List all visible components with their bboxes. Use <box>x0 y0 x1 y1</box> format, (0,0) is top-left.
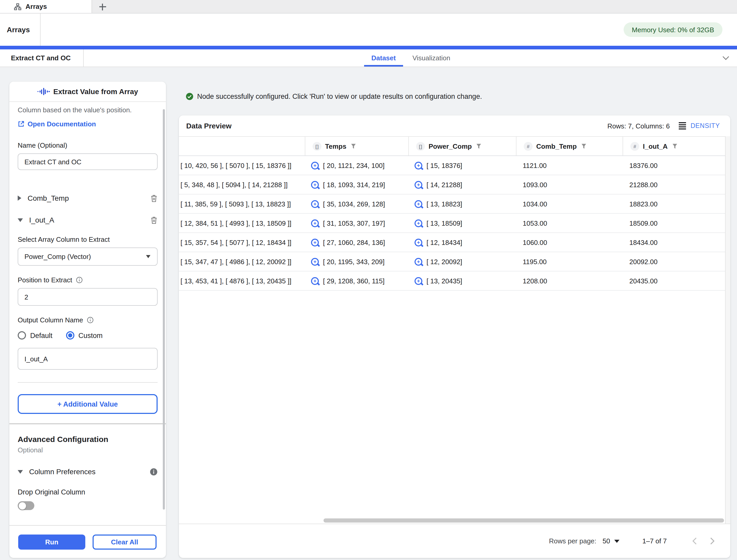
cell-comb-temp: 1195.00 <box>516 252 623 271</box>
rows-columns-summary: Rows: 7, Columns: 6 <box>607 122 670 130</box>
node-tab-extract[interactable]: Extract CT and OC <box>0 49 84 67</box>
accent-bar <box>0 46 737 49</box>
header-cell-temps[interactable]: [] Temps <box>305 137 408 155</box>
header-cell-comb-temp[interactable]: # Comb_Temp <box>516 137 623 155</box>
density-icon <box>678 122 686 129</box>
cell-array: [ 13, 453, 41 ], [ 4876 ], [ 13, 20435 ]… <box>179 271 305 290</box>
select-caret-icon <box>146 255 151 258</box>
workflow-icon <box>14 3 21 10</box>
density-button[interactable]: DENSITY <box>678 122 720 129</box>
number-type-icon: # <box>630 142 639 151</box>
cell-comb-temp: 1208.00 <box>516 271 623 290</box>
advanced-config-title: Advanced Configuration <box>18 435 158 444</box>
cell-temps: [ 31, 1053, 307, 197] <box>305 214 408 232</box>
panel-scrollbar[interactable] <box>163 109 165 510</box>
next-page-button[interactable] <box>705 537 719 545</box>
section-divider <box>9 423 166 424</box>
rows-per-page-select[interactable]: 50 <box>603 537 619 545</box>
column-preferences-section[interactable]: Column Preferences <box>18 467 158 476</box>
zoom-in-icon[interactable] <box>311 161 319 169</box>
cell-temps: [ 29, 1208, 360, 115] <box>305 271 408 290</box>
trash-icon[interactable] <box>150 216 158 224</box>
waveform-icon <box>37 88 50 95</box>
additional-value-button[interactable]: + Additional Value <box>18 394 158 414</box>
clear-all-button[interactable]: Clear All <box>93 534 157 549</box>
cell-array: [ 15, 357, 54 ], [ 5077 ], [ 12, 18434 ]… <box>179 233 305 252</box>
cell-comb-temp: 1053.00 <box>516 214 623 232</box>
radio-icon <box>18 331 26 340</box>
dropdown-caret-icon <box>614 539 619 543</box>
section-comb-temp[interactable]: Comb_Temp <box>18 194 158 202</box>
tab-visualization[interactable]: Visualization <box>405 49 458 67</box>
filter-icon[interactable] <box>580 143 587 149</box>
page-title: Arrays <box>7 14 30 46</box>
zoom-in-icon[interactable] <box>415 258 422 265</box>
view-tabs: Dataset Visualization <box>364 49 457 67</box>
table-row: [ 15, 357, 54 ], [ 5077 ], [ 12, 18434 ]… <box>179 233 730 252</box>
section-iout-a[interactable]: I_out_A <box>18 216 158 224</box>
zoom-in-icon[interactable] <box>415 181 422 188</box>
output-column-label: Output Column Name <box>18 316 158 324</box>
position-input[interactable] <box>18 288 158 306</box>
collapse-panel-button[interactable] <box>721 54 730 62</box>
panel-header: Extract Value from Array <box>9 82 166 102</box>
info-filled-icon[interactable] <box>150 468 158 476</box>
zoom-in-icon[interactable] <box>311 277 319 285</box>
radio-default[interactable]: Default <box>18 331 53 340</box>
zoom-in-icon[interactable] <box>415 219 422 227</box>
trash-icon[interactable] <box>150 194 158 202</box>
cell-array: [ 15, 347, 47 ], [ 4986 ], [ 12, 20092 ]… <box>179 252 305 271</box>
status-text: Node successfully configured. Click 'Run… <box>197 93 482 100</box>
workflow-tab-arrays[interactable]: Arrays <box>0 0 92 13</box>
radio-selected-icon <box>66 331 74 340</box>
filter-icon[interactable] <box>671 143 678 149</box>
cell-power-comp: [ 12, 20092] <box>408 252 516 271</box>
app-header: Arrays Memory Used: 0% of 32GB <box>0 14 737 46</box>
data-preview-card: Data Preview Rows: 7, Columns: 6 DENSITY… <box>179 115 730 558</box>
chevron-down-icon <box>18 218 23 222</box>
radio-custom[interactable]: Custom <box>66 331 103 340</box>
filter-icon[interactable] <box>350 143 357 149</box>
select-array-label: Select Array Column to Extract <box>18 236 158 243</box>
preview-header: Data Preview Rows: 7, Columns: 6 DENSITY <box>179 115 730 137</box>
header-cell-power-comp[interactable]: [] Power_Comp <box>408 137 516 155</box>
panel-footer: Run Clear All <box>9 525 166 558</box>
zoom-in-icon[interactable] <box>415 200 422 208</box>
cell-comb-temp: 1034.00 <box>516 194 623 213</box>
new-tab-button[interactable] <box>97 2 108 12</box>
chevron-right-icon <box>710 537 714 545</box>
cell-temps: [ 20, 1121, 234, 100] <box>305 156 408 175</box>
table-vertical-scrollbar[interactable] <box>725 136 730 524</box>
header-divider <box>40 14 41 46</box>
zoom-in-icon[interactable] <box>415 161 422 169</box>
zoom-in-icon[interactable] <box>415 238 422 246</box>
run-button[interactable]: Run <box>18 534 85 549</box>
zoom-in-icon[interactable] <box>311 181 319 188</box>
workflow-tab-label: Arrays <box>25 3 47 10</box>
zoom-in-icon[interactable] <box>311 238 319 246</box>
custom-name-input[interactable] <box>18 348 158 370</box>
zoom-in-icon[interactable] <box>311 219 319 227</box>
info-icon[interactable] <box>87 317 93 323</box>
node-config-panel: Extract Value from Array Column based on… <box>9 82 166 558</box>
cell-temps: [ 18, 1093, 314, 219] <box>305 175 408 194</box>
tab-dataset[interactable]: Dataset <box>364 49 403 67</box>
previous-page-button[interactable] <box>688 537 701 545</box>
panel-title: Extract Value from Array <box>53 87 138 96</box>
name-input[interactable] <box>18 153 158 170</box>
filter-icon[interactable] <box>475 143 482 149</box>
rows-per-page-label: Rows per page: <box>549 537 596 545</box>
cell-array: [ 12, 384, 51 ], [ 4993 ], [ 13, 18509 ]… <box>179 214 305 232</box>
cell-array: [ 5, 348, 48 ], [ 5094 ], [ 14, 21288 ]] <box>179 175 305 194</box>
zoom-in-icon[interactable] <box>415 277 422 285</box>
table-horizontal-scrollbar[interactable] <box>324 518 724 523</box>
table-header-row: [] Temps [] Power_Comp # Comb_Temp # I_o… <box>179 137 730 156</box>
zoom-in-icon[interactable] <box>311 200 319 208</box>
array-column-select[interactable]: Power_Comp (Vector) <box>18 248 158 266</box>
info-icon[interactable] <box>76 277 83 283</box>
array-type-icon: [] <box>313 142 321 151</box>
drop-original-toggle[interactable] <box>18 501 34 510</box>
open-documentation-link[interactable]: Open Documentation <box>18 120 158 128</box>
zoom-in-icon[interactable] <box>311 258 319 265</box>
header-cell-iout-a[interactable]: # I_out_A <box>623 137 726 155</box>
